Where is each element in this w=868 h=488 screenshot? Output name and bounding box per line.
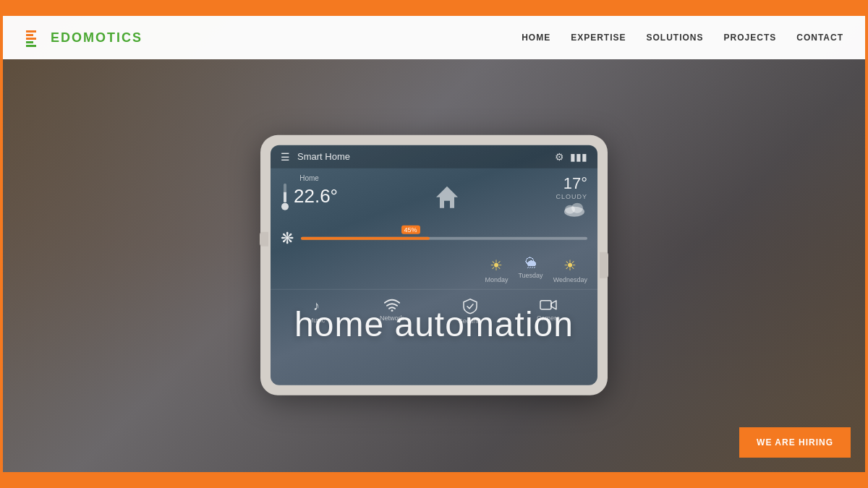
main-content: EDOMOTICS HOME EXPERTISE SOLUTIONS PROJE… [3,16,865,472]
logo-icon [25,27,45,48]
nav-solutions[interactable]: SOLUTIONS [647,33,704,43]
camera-label: Camera [537,314,560,321]
svg-rect-4 [26,45,36,47]
nav-projects[interactable]: PROJECTS [724,33,777,43]
hamburger-icon: ☰ [281,150,290,162]
security-icon-item: Security [459,298,482,324]
svg-point-12 [391,309,393,312]
sun-icon-monday: ☀ [490,256,503,273]
fan-controls: ❋ 45% [271,223,597,253]
fan-icon: ❋ [281,228,294,247]
svg-marker-14 [551,300,556,309]
brand-name: EDOMOTICS [51,30,142,46]
slider-area: 45% [301,236,587,239]
security-label: Security [459,317,482,324]
home-label: Home [281,174,338,181]
temp-main: 22.6° [294,185,338,207]
camera-icon [540,298,557,311]
svg-rect-6 [284,192,286,202]
house-icon [433,182,461,211]
home-icon-area [433,174,461,220]
svg-rect-3 [26,41,33,43]
svg-rect-1 [26,34,33,36]
nav-expertise[interactable]: EXPERTISE [571,33,626,43]
music-icon-item: ♪ Music [308,298,326,324]
tablet-status-icons: ⚙ ▮▮▮ [555,150,587,162]
logo-area: EDOMOTICS [25,27,142,48]
tablet-device: ☰ Smart Home ⚙ ▮▮▮ Home [260,134,608,395]
hiring-button[interactable]: WE ARE HIRING [739,427,851,458]
wifi-icon [384,298,400,311]
top-bar [3,3,865,16]
nav-links: HOME EXPERTISE SOLUTIONS PROJECTS CONTAC… [522,33,843,43]
condition-label: CLOUDY [556,192,587,200]
forecast-tuesday: 🌦 Tuesday [518,256,542,283]
svg-marker-8 [436,186,458,207]
svg-rect-0 [26,30,36,33]
bottom-bar [3,472,865,485]
network-icon-item: Network [380,298,404,324]
cloud-icon [561,200,587,217]
battery-icon: ▮▮▮ [570,150,587,162]
shield-icon [463,298,477,314]
svg-rect-13 [540,300,551,309]
nav-home[interactable]: HOME [522,33,550,43]
bottom-icons-row: ♪ Music Network [271,288,597,330]
thermometer-icon [281,181,289,210]
svg-point-7 [281,202,289,210]
music-icon: ♪ [313,298,320,313]
music-label: Music [308,316,326,323]
outer-frame: EDOMOTICS HOME EXPERTISE SOLUTIONS PROJE… [3,3,865,485]
forecast-label-wednesday: Wednesday [553,275,587,283]
navbar: EDOMOTICS HOME EXPERTISE SOLUTIONS PROJE… [3,16,865,59]
svg-point-11 [571,202,583,213]
tablet-volume-button [260,231,268,246]
cloud-rain-icon: 🌦 [525,256,537,269]
tablet-statusbar: ☰ Smart Home ⚙ ▮▮▮ [271,145,597,168]
sun-icon-wednesday: ☀ [563,256,576,273]
tablet-home-button [600,252,608,278]
svg-rect-2 [26,38,36,40]
forecast-wednesday: ☀ Wednesday [553,256,587,283]
nav-contact[interactable]: CONTACT [796,33,843,43]
forecast-label-monday: Monday [485,275,508,283]
tablet-screen: ☰ Smart Home ⚙ ▮▮▮ Home [271,145,597,385]
slider-track [301,236,587,239]
weather-left: Home 22.6° [281,174,338,220]
weather-right: 17° CLOUDY [556,174,587,220]
tablet-outer: ☰ Smart Home ⚙ ▮▮▮ Home [260,134,608,395]
forecast-label-tuesday: Tuesday [518,271,542,278]
network-label: Network [380,314,404,321]
slider-badge: 45% [401,225,420,234]
forecast-monday: ☀ Monday [485,256,508,283]
tablet-app-title: Smart Home [297,151,555,162]
temp-right: 17° [556,174,587,192]
slider-fill [301,236,430,239]
settings-icon: ⚙ [555,150,564,162]
camera-icon-item: Camera [537,298,560,324]
